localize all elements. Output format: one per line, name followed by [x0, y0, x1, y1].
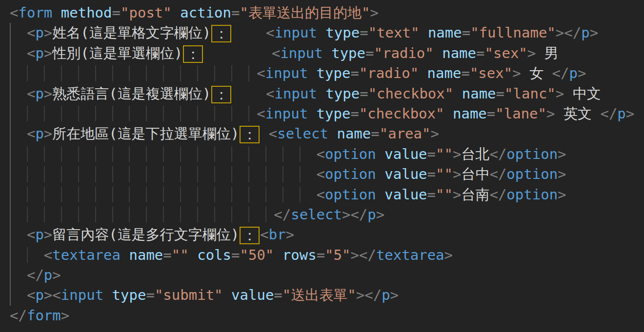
code-punctuation: =	[487, 105, 495, 122]
code-punctuation: <	[266, 85, 274, 102]
attribute-value: "sex"	[485, 45, 527, 61]
code-punctuation: </	[564, 24, 581, 41]
tag-name: p	[44, 267, 52, 283]
attribute-value: "sex"	[470, 65, 512, 81]
code-text	[274, 247, 282, 263]
code-punctuation: =	[231, 4, 240, 21]
attribute-value: "送出表單"	[282, 287, 356, 303]
code-punctuation: <	[27, 85, 35, 102]
code-punctuation: >	[286, 226, 294, 243]
code-punctuation: <	[27, 24, 35, 41]
indent-whitespace	[10, 65, 257, 81]
code-punctuation: >	[527, 45, 536, 61]
code-punctuation: <	[272, 45, 280, 61]
unicode-highlight-box: ：	[240, 227, 260, 244]
code-text: 姓名(這是單格文字欄位)	[52, 24, 211, 41]
code-punctuation: >	[44, 24, 52, 41]
code-punctuation: =	[350, 65, 359, 81]
code-text	[103, 287, 112, 303]
code-line: <p><input type="submit" value="送出表單"></p…	[0, 285, 644, 305]
code-punctuation: <	[317, 166, 325, 182]
attribute-name: value	[384, 186, 427, 203]
code-line: <p>熟悉語言(這是複選欄位)： <input type="checkbox" …	[0, 84, 644, 104]
attribute-name: value	[384, 166, 427, 182]
tag-name: input	[61, 287, 103, 303]
code-line: <p>姓名(這是單格文字欄位)： <input type="text" name…	[0, 23, 644, 43]
code-punctuation: >	[44, 226, 52, 243]
code-punctuation: </	[489, 166, 506, 182]
code-text	[189, 247, 197, 263]
indent-whitespace	[10, 287, 27, 303]
code-punctuation: </	[27, 267, 44, 283]
code-punctuation: >	[453, 166, 461, 182]
attribute-name: type	[317, 65, 351, 81]
code-punctuation: >	[558, 186, 566, 203]
code-editor[interactable]: <form method="post" action="表單送出的目的地"> <…	[0, 0, 644, 332]
code-text	[260, 125, 268, 142]
code-punctuation: =	[350, 105, 359, 122]
code-punctuation: >	[444, 247, 453, 263]
code-line: <option value="">台北</option>	[0, 144, 644, 164]
code-punctuation: </	[364, 287, 382, 303]
tag-name: p	[35, 125, 43, 142]
tag-name: option	[325, 186, 376, 203]
code-punctuation: =	[427, 146, 436, 162]
attribute-value: ""	[172, 247, 189, 263]
code-punctuation: <	[27, 287, 35, 303]
code-punctuation: <	[317, 186, 325, 203]
indent-whitespace	[10, 85, 27, 102]
code-punctuation: <	[269, 125, 277, 142]
attribute-value: ""	[436, 146, 453, 162]
attribute-name: cols	[197, 247, 231, 263]
unicode-highlight-box: ：	[183, 45, 203, 63]
code-text: 中文	[564, 85, 601, 102]
code-punctuation: =	[365, 45, 374, 61]
code-text	[328, 125, 337, 142]
code-line: <input type="radio" name="sex"> 女 </p>	[0, 63, 644, 83]
code-punctuation: =	[461, 65, 469, 81]
code-punctuation: =	[427, 166, 436, 182]
code-punctuation: </	[489, 186, 506, 203]
code-text	[308, 105, 316, 122]
code-punctuation: </	[489, 146, 506, 162]
indent-whitespace	[10, 247, 44, 263]
code-line: <form method="post" action="表單送出的目的地">	[0, 3, 644, 23]
code-text: 性別(這是單選欄位)	[52, 45, 182, 61]
code-line: <p>所在地區(這是下拉選單欄位)： <select name="area">	[0, 124, 644, 144]
tag-name: option	[506, 146, 558, 162]
indent-whitespace	[10, 125, 27, 142]
attribute-value: "area"	[380, 125, 431, 142]
indent-whitespace	[10, 267, 27, 283]
indent-whitespace	[10, 105, 257, 122]
code-text	[223, 287, 231, 303]
tag-name: p	[382, 287, 390, 303]
code-line: <option value="">台中</option>	[0, 164, 644, 184]
code-punctuation: <	[266, 24, 274, 41]
code-text: 女	[521, 65, 552, 81]
attribute-value: "text"	[368, 24, 420, 41]
attribute-name: value	[384, 146, 427, 162]
indent-whitespace	[10, 45, 27, 61]
code-text	[232, 85, 266, 102]
attribute-value: "5"	[325, 247, 350, 263]
code-text	[172, 4, 180, 21]
code-punctuation: =	[317, 247, 325, 263]
code-punctuation: >	[390, 287, 399, 303]
attribute-name: type	[325, 24, 360, 41]
attribute-value: "submit"	[155, 287, 223, 303]
attribute-name: type	[317, 105, 351, 122]
code-punctuation: </	[552, 65, 569, 81]
code-punctuation: =	[231, 247, 240, 263]
code-punctuation: >	[556, 24, 564, 41]
code-line: </select></p>	[0, 205, 644, 225]
tag-name: input	[265, 105, 308, 122]
code-punctuation: >	[61, 307, 69, 324]
unicode-highlight-box: ：	[240, 126, 260, 143]
code-punctuation: >	[512, 65, 521, 81]
attribute-value: "表單送出的目的地"	[240, 4, 370, 21]
tag-name: input	[275, 85, 317, 102]
tag-name: p	[367, 206, 376, 223]
tag-name: p	[35, 45, 43, 61]
code-punctuation: >	[356, 287, 364, 303]
unicode-highlight-box: ：	[211, 86, 231, 103]
